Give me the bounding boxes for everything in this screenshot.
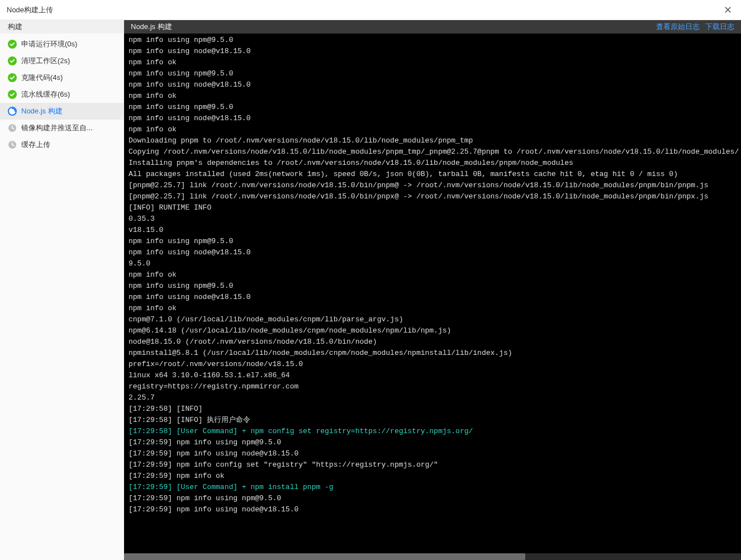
log-line: npm info using node@v18.15.0 [129,292,737,303]
log-line: 2.25.7 [129,392,737,404]
log-line: Downloading pnpm to /root/.nvm/versions/… [129,135,737,146]
sidebar-item-label: 流水线缓存(6s) [21,89,70,99]
sidebar-item-step-0[interactable]: 申请运行环境(0s) [0,36,124,53]
log-line: [17:29:58] [INFO] [129,404,737,415]
sidebar-item-label: 清理工作区(2s) [21,56,70,66]
log-line: npm info using npm@9.5.0 [129,281,737,292]
log-line: registry=https://registry.npmmirror.com [129,381,737,392]
log-line: [17:29:59] npm info using npm@9.5.0 [129,493,737,504]
success-icon [8,40,17,49]
log-line: [17:29:59] npm info config set "registry… [129,459,737,471]
log-line: npm info ok [129,57,737,68]
sidebar-item-step-2[interactable]: 克隆代码(4s) [0,69,124,86]
log-line: npm info using npm@9.5.0 [129,236,737,247]
titlebar: Node构建上传 ✕ [0,0,741,20]
download-log-link[interactable]: 下载日志 [705,22,734,32]
window-title: Node构建上传 [7,5,53,15]
log-line: [17:29:59] [User Command] + npm install … [129,482,737,493]
log-line: All packages installed (used 2ms(network… [129,169,737,180]
sidebar-item-label: 镜像构建并推送至自... [21,123,93,133]
log-line: [17:29:59] npm info ok [129,471,737,482]
log-line: npm info ok [129,124,737,135]
log-line: prefix=/root/.nvm/versions/node/v18.15.0 [129,359,737,370]
log-output[interactable]: npm info using npm@9.5.0npm info using n… [124,34,741,553]
log-line: [INFO] RUNTIME INFO [129,202,737,213]
main-title: Node.js 构建 [131,22,172,32]
log-line: npm info using node@v18.15.0 [129,46,737,57]
sidebar: 构建 申请运行环境(0s)清理工作区(2s)克隆代码(4s)流水线缓存(6s)N… [0,20,124,560]
main-header: Node.js 构建 查看原始日志 下载日志 [124,20,741,34]
log-line: npm info ok [129,269,737,281]
success-icon [8,90,17,99]
sidebar-item-label: 缓存上传 [21,140,50,150]
log-line: npm@6.14.18 (/usr/local/lib/node_modules… [129,325,737,336]
log-line: node@18.15.0 (/root/.nvm/versions/node/v… [129,336,737,348]
log-line: linux x64 3.10.0-1160.53.1.el7.x86_64 [129,370,737,381]
log-line: npm info using npm@9.5.0 [129,68,737,79]
sidebar-list: 申请运行环境(0s)清理工作区(2s)克隆代码(4s)流水线缓存(6s)Node… [0,34,124,153]
success-icon [8,73,17,82]
sidebar-item-label: 申请运行环境(0s) [21,39,77,49]
log-line: npm info ok [129,303,737,314]
log-line: npminstall@5.8.1 (/usr/local/lib/node_mo… [129,348,737,359]
log-line: 0.35.3 [129,213,737,225]
sidebar-item-step-5[interactable]: 镜像构建并推送至自... [0,120,124,136]
log-line: npm info using npm@9.5.0 [129,102,737,113]
sidebar-item-step-1[interactable]: 清理工作区(2s) [0,53,124,69]
sidebar-item-step-4[interactable]: Node.js 构建 [0,103,124,120]
log-line: [17:29:59] npm info using node@v18.15.0 [129,504,737,515]
sidebar-item-label: 克隆代码(4s) [21,73,63,83]
log-line: [pnpm@2.25.7] link /root/.nvm/versions/n… [129,180,737,191]
log-line: Installing pnpm's dependencies to /root/… [129,158,737,169]
log-line: [17:29:58] [INFO] 执行用户命令 [129,415,737,426]
log-line: Copying /root/.nvm/versions/node/v18.15.… [129,146,737,158]
log-line: npm info ok [129,91,737,102]
log-line: npm info using node@v18.15.0 [129,113,737,124]
log-line: [17:29:58] [User Command] + npm config s… [129,426,737,437]
scrollbar-thumb[interactable] [124,553,525,560]
log-line: npm info using node@v18.15.0 [129,247,737,258]
main-panel: Node.js 构建 查看原始日志 下载日志 npm info using np… [124,20,741,560]
log-line: [17:29:59] npm info using npm@9.5.0 [129,437,737,448]
log-line: [pnpm@2.25.7] link /root/.nvm/versions/n… [129,191,737,202]
log-line: v18.15.0 [129,225,737,236]
log-line: npm info using node@v18.15.0 [129,79,737,91]
horizontal-scrollbar[interactable] [124,553,741,560]
close-icon[interactable]: ✕ [721,4,734,16]
sidebar-item-step-6[interactable]: 缓存上传 [0,136,124,153]
sidebar-item-step-3[interactable]: 流水线缓存(6s) [0,86,124,103]
sidebar-header: 构建 [0,20,124,34]
sidebar-item-label: Node.js 构建 [21,106,63,116]
success-icon [8,56,17,65]
log-line: cnpm@7.1.0 (/usr/local/lib/node_modules/… [129,314,737,325]
log-line: 9.5.0 [129,258,737,269]
running-icon [8,107,17,116]
pending-icon [8,124,17,132]
log-line: [17:29:59] npm info using node@v18.15.0 [129,448,737,459]
log-line: npm info using npm@9.5.0 [129,35,737,46]
pending-icon [8,140,17,149]
view-raw-log-link[interactable]: 查看原始日志 [656,22,700,32]
